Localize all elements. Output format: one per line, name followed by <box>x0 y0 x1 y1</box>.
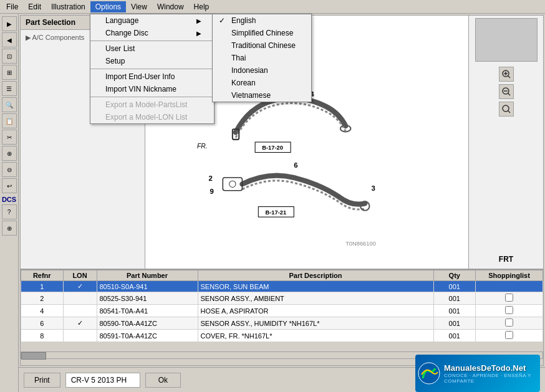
zoom-out-btn[interactable] <box>499 84 514 99</box>
table-row[interactable]: 8 80591-T0A-A41ZC COVER, FR. *NH167L* 00… <box>21 330 543 342</box>
cell-qty: 001 <box>433 292 476 305</box>
cell-description: SENSOR ASSY., AMBIENT <box>198 292 433 305</box>
cell-description: COVER, FR. *NH167L* <box>198 330 433 342</box>
frt-label: FRT <box>499 255 513 264</box>
toolbar-btn-13[interactable]: ⊕ <box>2 221 17 236</box>
menu-view[interactable]: View <box>126 1 152 12</box>
cell-refnr: 4 <box>21 305 64 317</box>
menubar: File Edit Illustration Options View Wind… <box>0 0 545 14</box>
menu-export-lon: Export a Model-LON List <box>90 111 214 123</box>
toolbar-btn-5[interactable]: ☰ <box>2 81 17 96</box>
toolbar-btn-6[interactable]: 🔍 <box>2 97 17 112</box>
toolbar-btn-2[interactable]: ◀ <box>2 32 17 47</box>
cell-part-number: 80510-S0A-941 <box>97 281 198 292</box>
menu-divider-1 <box>90 41 214 41</box>
menu-illustration[interactable]: Illustration <box>46 1 90 12</box>
svg-text:2: 2 <box>209 174 213 182</box>
svg-text:B-17-21: B-17-21 <box>265 209 286 216</box>
car-info: CR-V 5 2013 PH <box>65 373 140 388</box>
print-button[interactable]: Print <box>24 373 60 388</box>
parts-table: Refnr LON Part Number Part Description Q… <box>21 270 543 342</box>
cell-shoppinglist[interactable] <box>476 317 543 330</box>
cell-description: SENSOR ASSY., HUMIDITY *NH167L* <box>198 317 433 330</box>
lang-simplified-chinese[interactable]: Simplified Chinese <box>213 27 311 39</box>
watermark-title: ManualesDeTodo.Net <box>444 363 538 373</box>
cell-qty: 001 <box>433 317 476 330</box>
menu-edit[interactable]: Edit <box>23 1 46 12</box>
zoom-fit-btn[interactable] <box>499 102 514 117</box>
table-row[interactable]: 4 80541-T0A-A41 HOSE A, ASPIRATOR 001 <box>21 305 543 317</box>
left-toolbar: ▶ ◀ ⊡ ⊞ ☰ 🔍 📋 ✂ ⊕ ⊖ ↩ DCS ? ⊕ <box>0 14 19 392</box>
bottom-bar: Print CR-V 5 2013 PH Ok <box>19 367 545 392</box>
cell-part-number: 80590-T0A-A41ZC <box>97 317 198 330</box>
cell-lon <box>63 292 97 305</box>
svg-line-23 <box>508 93 510 96</box>
cell-shoppinglist[interactable] <box>476 292 543 305</box>
cell-shoppinglist[interactable] <box>476 330 543 342</box>
lang-indonesian[interactable]: Indonesian <box>213 64 311 77</box>
menu-language[interactable]: Language ▶ <box>90 14 214 27</box>
menu-file[interactable]: File <box>1 1 23 12</box>
menu-options[interactable]: Options <box>90 1 126 12</box>
lang-english[interactable]: ✓ English <box>213 14 311 27</box>
lang-vietnamese[interactable]: Vietnamese <box>213 89 311 102</box>
check-icon: ✓ <box>219 16 228 25</box>
table-row[interactable]: 6 ✓ 80590-T0A-A41ZC SENSOR ASSY., HUMIDI… <box>21 317 543 330</box>
menu-window[interactable]: Window <box>152 1 189 12</box>
toolbar-btn-1[interactable]: ▶ <box>2 16 17 31</box>
toolbar-btn-3[interactable]: ⊡ <box>2 49 17 64</box>
cell-lon <box>63 330 97 342</box>
table-scroll[interactable]: Refnr LON Part Number Part Description Q… <box>21 270 543 351</box>
cell-refnr: 1 <box>21 281 64 292</box>
cell-lon <box>63 305 97 317</box>
toolbar-btn-4[interactable]: ⊞ <box>2 65 17 80</box>
menu-divider-2 <box>90 69 214 69</box>
toolbar-btn-12[interactable]: ? <box>2 204 17 219</box>
cell-qty: 001 <box>433 305 476 317</box>
col-qty[interactable]: Qty <box>433 270 476 281</box>
watermark: ManualesDeTodo.Net CONOCE · APRENDE · EN… <box>415 355 540 392</box>
cell-part-number: 80541-T0A-A41 <box>97 305 198 317</box>
menu-import-vin[interactable]: Import VIN Nickname <box>90 83 214 95</box>
menu-setup[interactable]: Setup <box>90 55 214 67</box>
menu-user-list[interactable]: User List <box>90 42 214 55</box>
menu-change-disc[interactable]: Change Disc ▶ <box>90 27 214 39</box>
arrow-icon-2: ▶ <box>196 30 201 37</box>
lang-korean[interactable]: Korean <box>213 77 311 89</box>
cell-shoppinglist[interactable] <box>476 281 543 292</box>
table-row[interactable]: 1 ✓ 80510-S0A-941 SENSOR, SUN BEAM 001 <box>21 281 543 292</box>
ok-button[interactable]: Ok <box>145 373 181 388</box>
menu-help[interactable]: Help <box>189 1 215 12</box>
col-refnr[interactable]: Refnr <box>21 270 64 281</box>
menu-import-end-user[interactable]: Import End-User Info <box>90 70 214 83</box>
svg-text:9: 9 <box>210 188 214 195</box>
lang-traditional-chinese[interactable]: Traditional Chinese <box>213 39 311 52</box>
toolbar-btn-10[interactable]: ⊖ <box>2 162 17 177</box>
table-row[interactable]: 2 80525-S30-941 SENSOR ASSY., AMBIENT 00… <box>21 292 543 305</box>
right-panel: FRT <box>468 16 543 269</box>
col-description[interactable]: Part Description <box>198 270 433 281</box>
toolbar-btn-8[interactable]: ✂ <box>2 130 17 145</box>
thumbnail-box <box>475 18 538 62</box>
cell-lon: ✓ <box>63 317 97 330</box>
zoom-in-btn[interactable] <box>499 67 514 82</box>
col-lon[interactable]: LON <box>63 270 97 281</box>
menu-divider-3 <box>90 97 214 97</box>
toolbar-btn-7[interactable]: 📋 <box>2 113 17 128</box>
svg-text:FR.: FR. <box>197 143 208 150</box>
cell-description: SENSOR, SUN BEAM <box>198 281 433 292</box>
svg-text:6: 6 <box>294 161 297 169</box>
svg-line-26 <box>508 111 510 113</box>
lang-thai[interactable]: Thai <box>213 52 311 64</box>
svg-text:T0N866100: T0N866100 <box>345 241 376 247</box>
cell-shoppinglist[interactable] <box>476 305 543 317</box>
toolbar-btn-11[interactable]: ↩ <box>2 178 17 193</box>
options-menu: Language ▶ Change Disc ▶ User List Setup… <box>90 14 215 124</box>
col-shoppinglist[interactable]: Shoppinglist <box>476 270 543 281</box>
col-part-number[interactable]: Part Number <box>97 270 198 281</box>
svg-line-19 <box>508 76 510 79</box>
language-submenu: ✓ English Simplified Chinese Traditional… <box>212 14 312 102</box>
svg-text:3: 3 <box>372 184 375 192</box>
cell-refnr: 6 <box>21 317 64 330</box>
toolbar-btn-9[interactable]: ⊕ <box>2 146 17 161</box>
